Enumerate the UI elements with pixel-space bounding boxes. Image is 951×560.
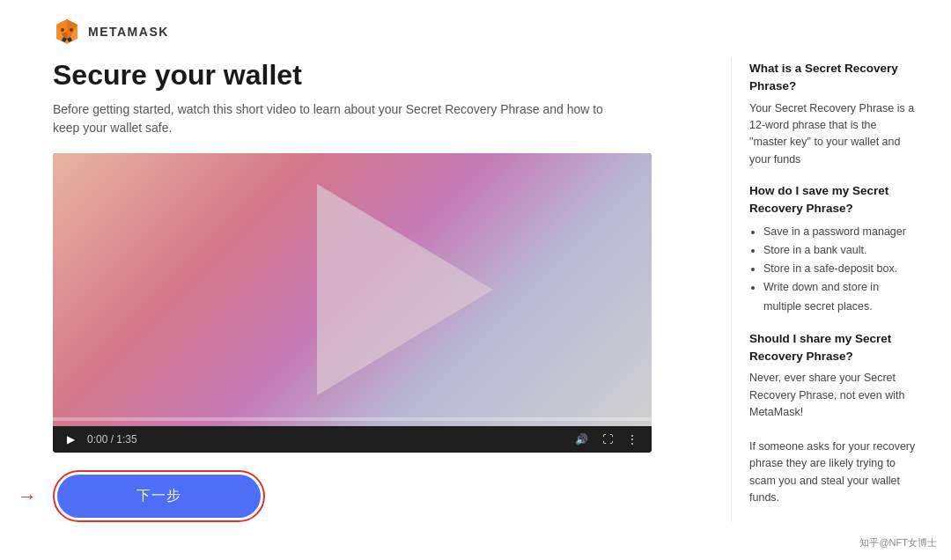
brand-name: METAMASK [88,25,169,39]
watermark: 知乎@NFT女博士 [854,534,942,551]
right-panel-faq: What is a Secret Recovery Phrase? Your S… [731,58,916,522]
header: METAMASK [53,18,916,46]
bottom-section: → 下一步 [53,470,704,522]
faq-title-2: Should I share my Secret Recovery Phrase… [749,330,916,366]
svg-point-7 [61,28,64,32]
faq-title-0: What is a Secret Recovery Phrase? [749,60,916,96]
faq-list-item: Store in a safe-deposit box. [763,260,916,278]
faq-list-item: Save in a password manager [763,223,916,241]
next-button-wrapper: → 下一步 [53,470,265,522]
left-panel: Secure your wallet Before getting starte… [53,58,704,522]
faq-title-1: How do I save my Secret Recovery Phrase? [749,182,916,218]
video-container: ▶ 0:00 / 1:35 🔊 ⛶ ⋮ [53,153,652,453]
faq-section-2: Should I share my Secret Recovery Phrase… [749,330,916,507]
video-controls: ▶ 0:00 / 1:35 🔊 ⛶ ⋮ [53,426,652,453]
page-title: Secure your wallet [53,58,704,92]
page-description: Before getting started, watch this short… [53,100,616,137]
video-right-controls: 🔊 ⛶ ⋮ [571,431,641,447]
faq-text-2: Never, ever share your Secret Recovery P… [749,370,916,506]
video-fullscreen-button[interactable]: ⛶ [599,431,616,447]
faq-list-1: Save in a password manager Store in a ba… [749,223,916,316]
next-button[interactable]: 下一步 [57,475,261,518]
metamask-logo-icon [53,18,81,46]
video-more-button[interactable]: ⋮ [623,431,641,447]
svg-point-8 [70,28,73,32]
arrow-indicator-icon: → [18,485,37,508]
video-volume-button[interactable]: 🔊 [571,431,592,447]
faq-section-0: What is a Secret Recovery Phrase? Your S… [749,60,916,168]
video-play-button[interactable]: ▶ [63,431,78,447]
video-play-visual [317,184,493,395]
faq-list-item: Write down and store in multiple secret … [763,278,916,316]
main-content: Secure your wallet Before getting starte… [53,58,916,522]
faq-list-item: Store in a bank vault. [763,241,916,260]
faq-section-1: How do I save my Secret Recovery Phrase?… [749,182,916,316]
faq-text-0: Your Secret Recovery Phrase is a 12-word… [749,100,916,169]
video-time-display: 0:00 / 1:35 [87,433,563,446]
video-visual[interactable] [53,153,652,426]
video-progress-bar-container[interactable] [53,417,652,421]
next-button-border: 下一步 [53,470,265,522]
video-background [53,153,652,426]
